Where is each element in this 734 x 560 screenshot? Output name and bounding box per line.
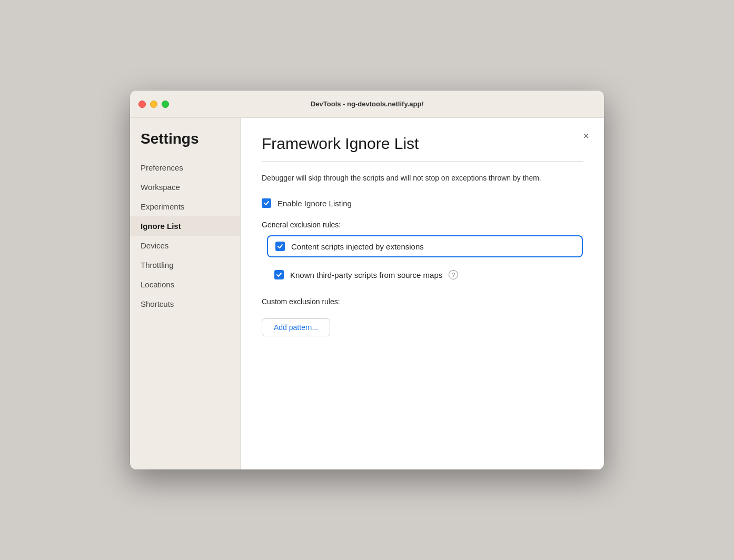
traffic-lights (138, 101, 169, 108)
sidebar-item-workspace[interactable]: Workspace (130, 177, 240, 197)
custom-exclusion-label: Custom exclusion rules: (262, 297, 583, 306)
enable-ignore-listing-label[interactable]: Enable Ignore Listing (277, 199, 352, 208)
sidebar-item-devices[interactable]: Devices (130, 236, 240, 255)
rule2-checkmark-icon (276, 272, 282, 278)
sidebar-heading: Settings (130, 131, 240, 158)
minimize-traffic-light[interactable] (150, 101, 157, 108)
exclusion-rule-2: Known third-party scripts from source ma… (267, 265, 583, 285)
custom-exclusion-section: Custom exclusion rules: Add pattern... (262, 297, 583, 336)
sidebar-item-ignore-list[interactable]: Ignore List (130, 216, 240, 236)
devtools-window: DevTools - ng-devtools.netlify.app/ Sett… (130, 91, 604, 469)
exclusion-rules: Content scripts injected by extensions K… (267, 235, 583, 285)
add-pattern-button[interactable]: Add pattern... (262, 318, 330, 336)
close-traffic-light[interactable] (138, 101, 146, 108)
exclusion-rule-1: Content scripts injected by extensions (267, 235, 583, 257)
rule1-checkbox[interactable] (275, 242, 285, 251)
enable-ignore-listing-row: Enable Ignore Listing (262, 198, 583, 208)
maximize-traffic-light[interactable] (162, 101, 169, 108)
panel-description: Debugger will skip through the scripts a… (262, 172, 583, 184)
rule1-label[interactable]: Content scripts injected by extensions (291, 242, 424, 251)
checkmark-icon (263, 200, 270, 206)
sidebar: Settings Preferences Workspace Experimen… (130, 118, 241, 469)
panel-title: Framework Ignore List (262, 135, 583, 153)
close-button[interactable]: × (579, 128, 593, 143)
content-area: Settings Preferences Workspace Experimen… (130, 118, 604, 469)
help-icon[interactable]: ? (449, 270, 458, 279)
sidebar-item-shortcuts[interactable]: Shortcuts (130, 294, 240, 314)
sidebar-item-locations[interactable]: Locations (130, 275, 240, 294)
rule1-checkmark-icon (277, 243, 283, 249)
rule2-checkbox[interactable] (274, 270, 284, 279)
general-exclusion-label: General exclusion rules: (262, 221, 583, 229)
divider (262, 161, 583, 162)
titlebar-title: DevTools - ng-devtools.netlify.app/ (311, 100, 423, 108)
sidebar-item-preferences[interactable]: Preferences (130, 158, 240, 177)
rule2-label[interactable]: Known third-party scripts from source ma… (290, 271, 442, 279)
enable-ignore-listing-checkbox[interactable] (262, 198, 271, 208)
titlebar: DevTools - ng-devtools.netlify.app/ (130, 91, 604, 118)
sidebar-item-experiments[interactable]: Experiments (130, 197, 240, 216)
sidebar-item-throttling[interactable]: Throttling (130, 255, 240, 275)
main-panel: × Framework Ignore List Debugger will sk… (241, 118, 604, 469)
